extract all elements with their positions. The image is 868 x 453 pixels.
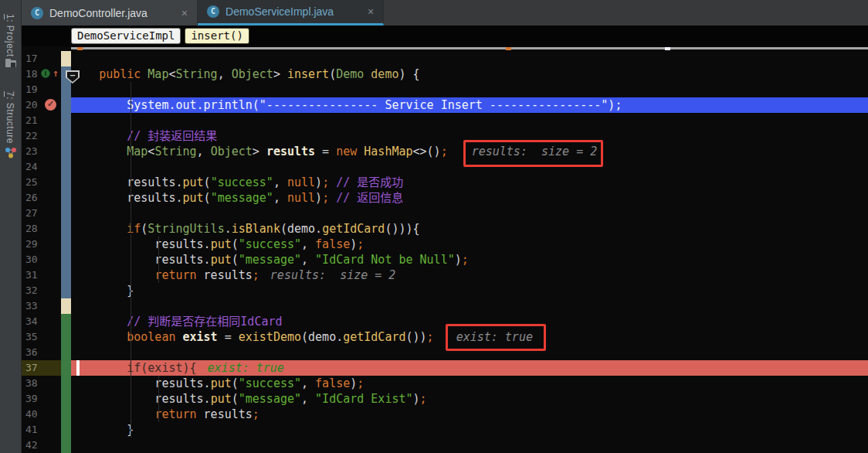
breadcrumb-method-chip[interactable]: insert() (185, 28, 249, 44)
token: , (273, 191, 287, 205)
vcs-change-marker (61, 329, 71, 345)
breakpoint-icon[interactable] (45, 99, 56, 111)
line-number[interactable]: 34 (22, 314, 61, 329)
tab-democontroller[interactable]: C DemoController.java × (22, 0, 198, 26)
code-line[interactable]: 31 return results;results: size = 2 (22, 267, 868, 283)
toolwindow-project-button[interactable]: 1: Project (5, 14, 15, 57)
line-number[interactable]: 21 (22, 113, 61, 128)
code-line[interactable]: 38 results.put("success", false); (22, 376, 868, 391)
token: "IdCard Not be Null" (315, 253, 455, 267)
code-text[interactable]: if(exist){exist: true (71, 360, 868, 376)
line-number[interactable]: 29 (22, 237, 61, 252)
line-number[interactable]: 35 (22, 329, 61, 345)
code-line[interactable]: 26 results.put("message", null); // 返回信息 (22, 190, 868, 206)
code-line[interactable]: 29 results.put("success", false); (22, 237, 868, 252)
code-text[interactable] (71, 298, 868, 314)
token: public (99, 67, 141, 81)
code-line[interactable]: 25 results.put("success", null); // 是否成功 (22, 175, 868, 190)
line-number[interactable]: 33 (22, 298, 61, 314)
code-text[interactable] (71, 113, 868, 128)
code-line[interactable]: 39 results.put("message", "IdCard Exist"… (22, 391, 868, 407)
code-text[interactable] (71, 206, 868, 221)
close-icon[interactable]: × (180, 8, 189, 19)
code-line[interactable]: 21 (22, 113, 868, 128)
code-line[interactable]: 27 (22, 206, 868, 221)
code-text[interactable] (71, 438, 868, 453)
line-number[interactable]: 23 (22, 144, 61, 159)
line-number[interactable]: 25 (22, 175, 61, 190)
code-line[interactable]: 41 } (22, 422, 868, 438)
line-number[interactable]: 39 (22, 391, 61, 407)
token: Demo (336, 67, 364, 81)
code-line[interactable]: 17 (22, 51, 868, 66)
code-line[interactable]: 23 Map<String, Object> results = new Has… (22, 144, 868, 159)
token: if (127, 222, 141, 236)
code-text[interactable]: return results; (71, 407, 868, 422)
line-number[interactable]: 36 (22, 345, 61, 360)
line-number[interactable]: 32 (22, 283, 61, 298)
line-number[interactable]: 30 (22, 252, 61, 267)
token: false (315, 237, 350, 251)
line-number[interactable]: 38 (22, 376, 61, 391)
code-line[interactable]: 19 (22, 82, 868, 97)
code-text[interactable]: results.put("success", false); (71, 237, 868, 252)
code-line[interactable]: 37 if(exist){exist: true (22, 360, 868, 376)
code-line[interactable]: 20 System.out.println("---------------- … (22, 97, 868, 113)
code-line[interactable]: 40 return results; (22, 407, 868, 422)
code-text[interactable]: results.put("success", false); (71, 376, 868, 391)
editor[interactable]: 1718↑ public Map<String, Object> insert(… (22, 46, 868, 453)
code-line[interactable]: 32 } (22, 283, 868, 298)
line-number[interactable]: 18↑ (22, 66, 61, 82)
line-number[interactable]: 28 (22, 221, 61, 237)
code-line[interactable]: 33 (22, 298, 868, 314)
navigate-up-icon[interactable]: ↑ (53, 66, 59, 80)
code-text[interactable]: if(StringUtils.isBlank(demo.getIdCard())… (71, 221, 868, 237)
code-text[interactable]: System.out.println("---------------- Ser… (71, 97, 868, 113)
line-number[interactable]: 22 (22, 128, 61, 144)
code-line[interactable]: 30 results.put("message", "IdCard Not be… (22, 252, 868, 267)
line-number[interactable]: 19 (22, 82, 61, 97)
token: results. (71, 392, 211, 406)
token: , (301, 237, 315, 251)
code-line[interactable]: 28 if(StringUtils.isBlank(demo.getIdCard… (22, 221, 868, 237)
line-number[interactable]: 40 (22, 407, 61, 422)
code-text[interactable]: public Map<String, Object> insert(Demo d… (71, 66, 868, 82)
toolwindow-structure-button[interactable]: 7: Structure (5, 91, 15, 144)
code-line[interactable]: 34 // 判断是否存在相同IdCard (22, 314, 868, 329)
line-number[interactable]: 20 (22, 97, 61, 113)
code-text[interactable] (71, 82, 868, 97)
code-text[interactable]: results.put("message", null); // 返回信息 (71, 190, 868, 206)
code-line[interactable]: 18↑ public Map<String, Object> insert(De… (22, 66, 868, 82)
close-icon[interactable]: × (366, 6, 375, 17)
code-line[interactable]: 36 (22, 345, 868, 360)
line-number[interactable]: 17 (22, 51, 61, 66)
code-text[interactable]: results.put("success", null); // 是否成功 (71, 175, 868, 190)
tab-demoserviceimpl[interactable]: C DemoServiceImpl.java × (198, 0, 384, 26)
token: , (218, 67, 232, 81)
token: HashMap (364, 145, 412, 158)
code-line[interactable]: 24 (22, 159, 868, 175)
code-text[interactable]: return results;results: size = 2 (71, 267, 868, 283)
code-line[interactable]: 42 (22, 438, 868, 453)
code-line[interactable]: 35 boolean exist = existDemo(demo.getIdC… (22, 329, 868, 345)
code-text[interactable]: } (71, 422, 868, 438)
token: false (315, 376, 350, 390)
code-text[interactable]: } (71, 283, 868, 298)
implements-method-icon[interactable] (41, 69, 50, 78)
token: "success" (239, 376, 301, 390)
line-number[interactable]: 31 (22, 267, 61, 283)
line-number[interactable]: 26 (22, 190, 61, 206)
line-number[interactable]: 24 (22, 159, 61, 175)
line-number[interactable]: 41 (22, 422, 61, 438)
line-number[interactable]: 27 (22, 206, 61, 221)
line-number[interactable]: 42 (22, 438, 61, 453)
line-number[interactable]: 37 (22, 360, 61, 376)
code-text[interactable] (71, 51, 868, 66)
code-text[interactable]: results.put("message", "IdCard Not be Nu… (71, 252, 868, 267)
breadcrumb-class-chip[interactable]: DemoServiceImpl (71, 28, 181, 44)
token: ; (462, 253, 469, 267)
breadcrumb: DemoServiceImpl insert() (22, 26, 868, 46)
code-text[interactable]: results.put("message", "IdCard Exist"); (71, 391, 868, 407)
vcs-change-marker (61, 159, 71, 175)
code-line[interactable]: 22 // 封装返回结果 (22, 128, 868, 144)
